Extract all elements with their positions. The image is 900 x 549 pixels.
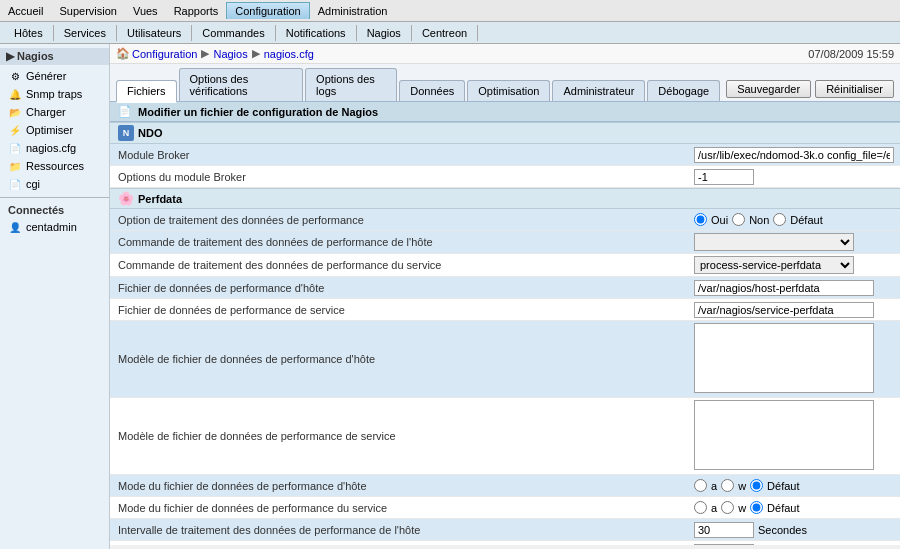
- form-row-cmd-hote: Commande de traitement des données de pe…: [110, 231, 900, 254]
- tab-administrateur[interactable]: Administrateur: [552, 80, 645, 101]
- form-row-mode-hote: Mode du fichier de données de performanc…: [110, 475, 900, 497]
- label-cmd-hote: Commande de traitement des données de pe…: [110, 234, 690, 250]
- ndo-icon: N: [118, 125, 134, 141]
- second-menu-bar: Hôtes Services Utilisateurs Commandes No…: [0, 22, 900, 44]
- radio-defaut-label: Défaut: [790, 214, 822, 226]
- tab-debogage[interactable]: Débogage: [647, 80, 720, 101]
- sidebar-item-ressources[interactable]: 📁 Ressources: [0, 157, 109, 175]
- input-fichier-service[interactable]: [694, 302, 874, 318]
- tab-optimisation[interactable]: Optimisation: [467, 80, 550, 101]
- top-reset-button[interactable]: Réinitialiser: [815, 80, 894, 98]
- charger-icon: 📂: [8, 105, 22, 119]
- select-cmd-hote[interactable]: [694, 233, 854, 251]
- second-menu-utilisateurs[interactable]: Utilisateurs: [117, 25, 192, 41]
- label-options-broker: Options du module Broker: [110, 169, 690, 185]
- breadcrumb-icon: 🏠: [116, 47, 130, 60]
- content-area: 🏠 Configuration ▶ Nagios ▶ nagios.cfg 07…: [110, 44, 900, 549]
- second-menu-commandes[interactable]: Commandes: [192, 25, 275, 41]
- value-fichier-hote: [690, 278, 900, 298]
- sidebar: ▶ Nagios ⚙ Générer 🔔 Snmp traps 📂 Charge…: [0, 44, 110, 549]
- user-icon: 👤: [8, 220, 22, 234]
- radio-mode-service-a[interactable]: [694, 501, 707, 514]
- top-action-buttons: Sauvegarder Réinitialiser: [726, 80, 894, 101]
- ndo-section-header: N NDO: [110, 122, 900, 144]
- form-row-interval-service: Intervalle de traitement des données de …: [110, 541, 900, 545]
- input-options-broker[interactable]: [694, 169, 754, 185]
- sidebar-item-snmptraps[interactable]: 🔔 Snmp traps: [0, 85, 109, 103]
- second-menu-nagios[interactable]: Nagios: [357, 25, 412, 41]
- sidebar-item-generer[interactable]: ⚙ Générer: [0, 67, 109, 85]
- top-menu-item-accueil[interactable]: Accueil: [0, 3, 51, 19]
- sidebar-item-nagioscfg[interactable]: 📄 nagios.cfg: [0, 139, 109, 157]
- form-row-fichier-hote: Fichier de données de performance d'hôte: [110, 277, 900, 299]
- second-menu-centreon[interactable]: Centreon: [412, 25, 478, 41]
- select-cmd-service[interactable]: process-service-perfdata: [694, 256, 854, 274]
- label-cmd-service: Commande de traitement des données de pe…: [110, 257, 690, 273]
- value-mode-service: a w Défaut: [690, 499, 900, 516]
- perfdata-icon: 🌸: [118, 191, 134, 206]
- label-mode-hote: Mode du fichier de données de performanc…: [110, 478, 690, 494]
- generer-icon: ⚙: [8, 69, 22, 83]
- form-section: N NDO Module Broker Options du module Br…: [110, 122, 900, 545]
- main-layout: ▶ Nagios ⚙ Générer 🔔 Snmp traps 📂 Charge…: [0, 44, 900, 549]
- form-row-module-broker: Module Broker: [110, 144, 900, 166]
- value-perf-option: Oui Non Défaut: [690, 211, 900, 228]
- breadcrumb-item-config[interactable]: Configuration: [132, 48, 197, 60]
- value-modele-hote: [690, 321, 900, 397]
- second-menu-services[interactable]: Services: [54, 25, 117, 41]
- top-menu-item-vues[interactable]: Vues: [125, 3, 166, 19]
- radio-mode-service: a w Défaut: [694, 501, 896, 514]
- radio-non[interactable]: [732, 213, 745, 226]
- arrow-icon: ▶: [6, 50, 14, 62]
- top-menu-item-configuration[interactable]: Configuration: [226, 2, 309, 19]
- tab-fichiers[interactable]: Fichiers: [116, 80, 177, 103]
- tab-logs[interactable]: Options des logs: [305, 68, 397, 101]
- sidebar-item-charger[interactable]: 📂 Charger: [0, 103, 109, 121]
- value-cmd-service: process-service-perfdata: [690, 254, 900, 276]
- breadcrumb-item-nagios[interactable]: Nagios: [213, 48, 247, 60]
- form-row-cmd-service: Commande de traitement des données de pe…: [110, 254, 900, 277]
- value-cmd-hote: [690, 231, 900, 253]
- radio-mode-hote: a w Défaut: [694, 479, 896, 492]
- top-menu-item-rapports[interactable]: Rapports: [166, 3, 227, 19]
- form-header-icon: 📄: [118, 105, 132, 118]
- value-options-broker: [690, 167, 900, 187]
- sidebar-item-cgi[interactable]: 📄 cgi: [0, 175, 109, 193]
- tab-verifications[interactable]: Options des vérifications: [179, 68, 304, 101]
- radio-mode-service-w[interactable]: [721, 501, 734, 514]
- input-interval-service[interactable]: [694, 544, 754, 546]
- sidebar-section-nagios: ▶ Nagios: [0, 48, 109, 65]
- radio-mode-service-defaut-label: Défaut: [767, 502, 799, 514]
- label-fichier-service: Fichier de données de performance de ser…: [110, 302, 690, 318]
- radio-defaut[interactable]: [773, 213, 786, 226]
- form-row-perf-option: Option de traitement des données de perf…: [110, 209, 900, 231]
- tab-donnees[interactable]: Données: [399, 80, 465, 101]
- form-row-options-broker: Options du module Broker: [110, 166, 900, 188]
- label-modele-hote: Modèle de fichier de données de performa…: [110, 351, 690, 367]
- label-fichier-hote: Fichier de données de performance d'hôte: [110, 280, 690, 296]
- label-modele-service: Modèle de fichier de données de performa…: [110, 428, 690, 444]
- form-row-modele-service: Modèle de fichier de données de performa…: [110, 398, 900, 475]
- radio-mode-service-w-label: w: [738, 502, 746, 514]
- second-menu-hotes[interactable]: Hôtes: [4, 25, 54, 41]
- radio-mode-hote-a[interactable]: [694, 479, 707, 492]
- radio-mode-service-defaut[interactable]: [750, 501, 763, 514]
- textarea-modele-hote[interactable]: [694, 323, 874, 393]
- snmptraps-icon: 🔔: [8, 87, 22, 101]
- input-module-broker[interactable]: [694, 147, 894, 163]
- top-menu-item-supervision[interactable]: Supervision: [51, 3, 124, 19]
- form-header: 📄 Modifier un fichier de configuration d…: [110, 102, 900, 122]
- top-save-button[interactable]: Sauvegarder: [726, 80, 811, 98]
- value-fichier-service: [690, 300, 900, 320]
- second-menu-notifications[interactable]: Notifications: [276, 25, 357, 41]
- input-interval-hote[interactable]: [694, 522, 754, 538]
- radio-mode-hote-w[interactable]: [721, 479, 734, 492]
- radio-oui[interactable]: [694, 213, 707, 226]
- radio-mode-hote-defaut-label: Défaut: [767, 480, 799, 492]
- top-menu-item-administration[interactable]: Administration: [310, 3, 396, 19]
- input-fichier-hote[interactable]: [694, 280, 874, 296]
- radio-mode-hote-defaut[interactable]: [750, 479, 763, 492]
- textarea-modele-service[interactable]: [694, 400, 874, 470]
- sidebar-item-optimiser[interactable]: ⚡ Optimiser: [0, 121, 109, 139]
- radio-mode-service-a-label: a: [711, 502, 717, 514]
